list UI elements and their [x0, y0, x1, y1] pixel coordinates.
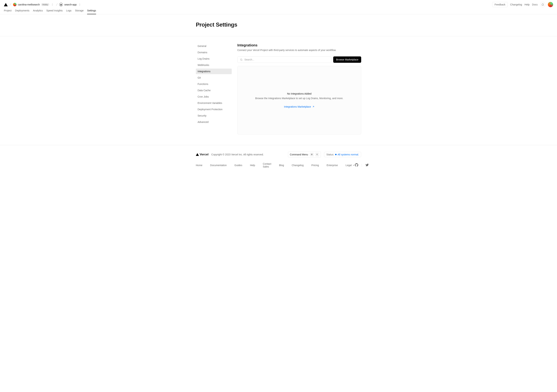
- nav-tab-analytics[interactable]: Analytics: [33, 9, 43, 14]
- footer-brand-logo[interactable]: Vercel: [196, 153, 208, 156]
- plan-badge: Hobby: [41, 3, 49, 6]
- footer-link-contact-sales[interactable]: Contact Sales: [263, 162, 271, 168]
- user-avatar[interactable]: [548, 2, 553, 7]
- kbd-k: K: [315, 153, 319, 156]
- footer-links: Home Documentation Guides Help Contact S…: [196, 162, 355, 168]
- footer-brand-text: Vercel: [200, 153, 208, 156]
- nav-tab-storage[interactable]: Storage: [75, 9, 83, 14]
- section-description: Connect your Vercel Project with third-p…: [237, 49, 361, 51]
- sidebar-item-environment-variables[interactable]: Environment Variables: [196, 100, 232, 106]
- marketplace-link-label: Integrations Marketplace: [284, 105, 311, 108]
- sidebar-item-functions[interactable]: Functions: [196, 81, 232, 87]
- chevron-down-icon: [352, 164, 355, 167]
- kbd-cmd: ⌘: [310, 153, 314, 156]
- scope-avatar: [13, 3, 16, 6]
- scope-switcher[interactable]: carolina-meilisearch Hobby: [13, 3, 54, 6]
- top-header: / carolina-meilisearch Hobby / search-ap…: [0, 0, 557, 9]
- notifications-button[interactable]: [540, 2, 545, 7]
- empty-state-title: No Integrations Added: [287, 92, 311, 95]
- status-button[interactable]: Status: All systems normal.: [324, 152, 361, 157]
- project-name: search-app: [64, 3, 76, 6]
- sidebar-item-git[interactable]: Git: [196, 75, 232, 80]
- header-left: / carolina-meilisearch Hobby / search-ap…: [4, 3, 82, 7]
- project-switcher-toggle-icon[interactable]: [78, 3, 82, 6]
- status-label: Status:: [326, 153, 334, 156]
- empty-state-card: No Integrations Added Browse the Integra…: [237, 66, 361, 135]
- sidebar-item-deployment-protection[interactable]: Deployment Protection: [196, 106, 232, 112]
- main-content: General Domains Log Drains Webhooks Inte…: [196, 36, 361, 145]
- header-link-changelog[interactable]: Changelog: [510, 3, 522, 6]
- search-icon: [240, 58, 243, 61]
- footer-link-guides[interactable]: Guides: [235, 162, 242, 168]
- command-menu-label: Command Menu: [290, 153, 308, 156]
- scope-name: carolina-meilisearch: [18, 3, 40, 6]
- github-icon: [355, 163, 358, 167]
- section-title: Integrations: [237, 43, 361, 47]
- header-link-docs[interactable]: Docs: [532, 3, 538, 6]
- social-separator: [362, 164, 362, 167]
- scope-switcher-toggle-icon[interactable]: [51, 3, 54, 6]
- twitter-link[interactable]: [365, 163, 369, 167]
- sidebar-item-data-cache[interactable]: Data Cache: [196, 88, 232, 93]
- project-avatar: [59, 3, 63, 6]
- header-link-help[interactable]: Help: [524, 3, 530, 6]
- vercel-logo[interactable]: [4, 3, 8, 6]
- footer-top: Vercel Copyright © 2023 Vercel Inc. All …: [196, 152, 361, 158]
- copyright-text: Copyright © 2023 Vercel Inc. All rights …: [211, 153, 263, 156]
- sidebar-item-webhooks[interactable]: Webhooks: [196, 62, 232, 68]
- settings-sidebar: General Domains Log Drains Webhooks Inte…: [196, 43, 232, 135]
- svg-point-0: [240, 59, 242, 60]
- nav-tab-project[interactable]: Project: [4, 9, 12, 14]
- nav-tab-logs[interactable]: Logs: [66, 9, 71, 14]
- status-text: All systems normal.: [338, 153, 359, 156]
- marketplace-link[interactable]: Integrations Marketplace: [284, 105, 314, 108]
- footer-link-home[interactable]: Home: [196, 162, 202, 168]
- footer-top-right: Command Menu ⌘ K Status: All systems nor…: [288, 152, 361, 158]
- nav-tab-deployments[interactable]: Deployments: [15, 9, 30, 14]
- header-right: Feedback Changelog Help Docs: [492, 2, 553, 7]
- page-title: Project Settings: [196, 21, 361, 28]
- footer: Vercel Copyright © 2023 Vercel Inc. All …: [0, 145, 557, 177]
- footer-link-blog[interactable]: Blog: [279, 162, 284, 168]
- github-link[interactable]: [355, 163, 358, 167]
- footer-link-legal-label: Legal: [345, 164, 352, 167]
- breadcrumb-separator-icon: /: [9, 2, 11, 7]
- sidebar-item-cron-jobs[interactable]: Cron Jobs: [196, 94, 232, 99]
- footer-link-documentation[interactable]: Documentation: [210, 162, 227, 168]
- nav-tab-settings[interactable]: Settings: [87, 9, 96, 14]
- external-link-icon: [312, 105, 315, 108]
- footer-socials: [355, 163, 369, 167]
- nav-tab-speed-insights[interactable]: Speed Insights: [46, 9, 63, 14]
- footer-link-help[interactable]: Help: [250, 162, 255, 168]
- empty-state-description: Browse the Integrations Marketplace to s…: [255, 97, 343, 100]
- project-nav-tabs: Project Deployments Analytics Speed Insi…: [0, 9, 557, 14]
- status-dot-icon: [335, 154, 336, 155]
- page-title-section: Project Settings: [0, 14, 557, 36]
- bell-icon: [541, 3, 544, 6]
- browse-marketplace-button[interactable]: Browse Marketplace: [333, 56, 361, 63]
- breadcrumb-separator-icon: /: [56, 2, 58, 7]
- twitter-icon: [365, 163, 369, 167]
- footer-link-changelog[interactable]: Changelog: [292, 162, 304, 168]
- sidebar-item-security[interactable]: Security: [196, 113, 232, 119]
- footer-top-left: Vercel Copyright © 2023 Vercel Inc. All …: [196, 153, 264, 156]
- sidebar-item-general[interactable]: General: [196, 43, 232, 49]
- settings-content: Integrations Connect your Vercel Project…: [237, 43, 361, 135]
- command-menu-button[interactable]: Command Menu ⌘ K: [288, 152, 321, 158]
- footer-bottom: Home Documentation Guides Help Contact S…: [196, 162, 361, 168]
- sidebar-item-log-drains[interactable]: Log Drains: [196, 56, 232, 62]
- sidebar-item-domains[interactable]: Domains: [196, 49, 232, 55]
- sidebar-item-integrations[interactable]: Integrations: [196, 69, 232, 74]
- project-switcher[interactable]: search-app: [59, 3, 82, 6]
- search-row: Browse Marketplace: [237, 56, 361, 63]
- sidebar-item-advanced[interactable]: Advanced: [196, 119, 232, 125]
- search-input[interactable]: [244, 58, 329, 61]
- footer-link-enterprise[interactable]: Enterprise: [327, 162, 338, 168]
- footer-link-legal[interactable]: Legal: [345, 162, 355, 168]
- search-input-wrapper[interactable]: [237, 56, 331, 63]
- footer-link-pricing[interactable]: Pricing: [311, 162, 319, 168]
- feedback-button[interactable]: Feedback: [492, 2, 508, 7]
